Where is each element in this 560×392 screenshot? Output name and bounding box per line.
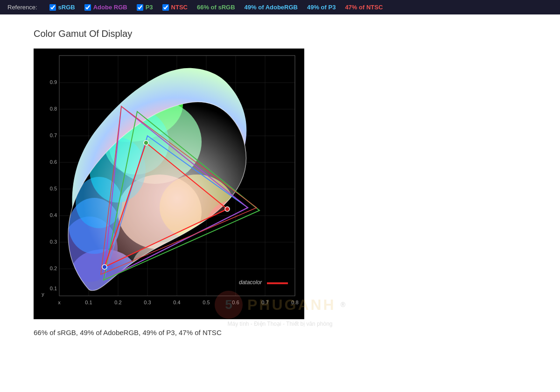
adobe-label: Adobe RGB	[93, 4, 127, 11]
checkbox-adobe[interactable]	[84, 4, 91, 11]
svg-text:0.8: 0.8	[291, 300, 298, 305]
chromaticity-chart: 0.9 0.8 0.7 0.6 0.5 0.4 0.3 0.2 0.1 x 0.…	[34, 49, 304, 319]
srgb-label: sRGB	[58, 4, 75, 11]
svg-text:0.7: 0.7	[50, 133, 57, 138]
ref-srgb[interactable]: sRGB	[49, 4, 75, 11]
svg-text:0.4: 0.4	[173, 300, 180, 305]
ntsc-label: NTSC	[171, 4, 188, 11]
chart-container: 0.9 0.8 0.7 0.6 0.5 0.4 0.3 0.2 0.1 x 0.…	[34, 49, 304, 319]
stat-adobe: 49% of AdobeRGB	[245, 4, 298, 11]
svg-text:0.4: 0.4	[50, 212, 57, 218]
svg-text:0.1: 0.1	[85, 300, 92, 305]
svg-text:0.2: 0.2	[50, 266, 57, 271]
stat-srgb: 66% of sRGB	[197, 4, 235, 11]
datacolor-logo: datacolor	[239, 279, 262, 286]
svg-text:x: x	[58, 300, 61, 305]
main-content: Color Gamut Of Display	[0, 14, 560, 350]
svg-text:0.1: 0.1	[50, 286, 57, 291]
reference-bar: Reference: sRGB Adobe RGB P3 NTSC 66% of…	[0, 0, 560, 14]
ref-p3[interactable]: P3	[137, 4, 153, 11]
p3-label: P3	[146, 4, 153, 11]
ref-ntsc[interactable]: NTSC	[162, 4, 188, 11]
page-wrapper: Color Gamut Of Display	[0, 14, 560, 350]
chart-title: Color Gamut Of Display	[34, 28, 526, 39]
summary-text: 66% of sRGB, 49% of AdobeRGB, 49% of P3,…	[34, 329, 526, 336]
svg-text:0.7: 0.7	[261, 300, 268, 305]
ref-adobe[interactable]: Adobe RGB	[84, 4, 127, 11]
svg-text:0.3: 0.3	[144, 300, 151, 305]
checkbox-ntsc[interactable]	[162, 4, 169, 11]
svg-text:0.5: 0.5	[203, 300, 210, 305]
checkbox-p3[interactable]	[137, 4, 143, 11]
svg-point-65	[102, 265, 107, 269]
svg-text:0.5: 0.5	[50, 186, 57, 191]
svg-point-64	[144, 140, 148, 145]
stat-p3: 49% of P3	[307, 4, 336, 11]
svg-text:0.9: 0.9	[50, 79, 57, 85]
svg-text:0.3: 0.3	[50, 239, 57, 245]
reference-label: Reference:	[7, 4, 37, 11]
svg-text:0.2: 0.2	[114, 300, 121, 305]
svg-text:y: y	[42, 291, 44, 297]
svg-text:0.8: 0.8	[50, 106, 57, 112]
svg-point-63	[225, 207, 230, 211]
svg-text:0.6: 0.6	[232, 300, 239, 305]
svg-text:0.6: 0.6	[50, 159, 57, 165]
checkbox-srgb[interactable]	[49, 4, 56, 11]
stat-ntsc: 47% of NTSC	[345, 4, 383, 11]
